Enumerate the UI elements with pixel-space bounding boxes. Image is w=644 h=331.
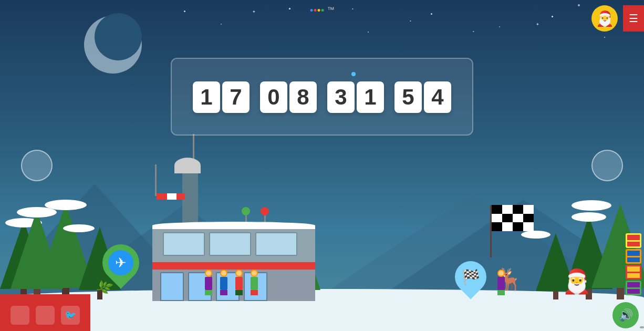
seconds-label [387, 69, 451, 77]
days-ones: 7 [222, 81, 250, 113]
menu-button[interactable]: ☰ [623, 5, 644, 32]
facebook-button[interactable] [36, 306, 55, 325]
elf-3 [235, 270, 243, 295]
elf-4 [251, 270, 258, 295]
star [368, 32, 369, 33]
user-avatar-button[interactable]: 🎅 [591, 5, 618, 32]
radar-bowl [174, 158, 201, 173]
star [578, 4, 580, 6]
days-digits: 1 7 [193, 81, 250, 113]
windsock-pole [155, 164, 157, 196]
countdown-labels [193, 69, 451, 77]
airplane-map-pin[interactable]: ✈ 🌿 [102, 244, 139, 289]
windsock-bands [157, 193, 185, 200]
hamburger-icon: ☰ [629, 12, 638, 25]
finish-flag-area [490, 205, 492, 257]
race-map-pin[interactable]: 🏁 [455, 261, 486, 299]
radar-pole [193, 134, 194, 160]
hours-ones: 8 [289, 81, 317, 113]
snowflake: • [352, 6, 354, 11]
trash-label [640, 326, 644, 328]
snowflake: ✦ [536, 22, 539, 27]
race-icon: 🏁 [462, 268, 480, 286]
hours-tens: 0 [260, 81, 287, 113]
airplane-icon: ✈ [108, 250, 133, 275]
star [431, 13, 432, 15]
nav-left-button[interactable] [21, 150, 53, 181]
gift-blue [626, 249, 641, 264]
minutes-label [322, 69, 387, 77]
elf-group [205, 270, 258, 295]
race-pin-shape: 🏁 [455, 261, 486, 299]
twitter-button[interactable]: 🐦 [61, 306, 80, 325]
twitter-icon: 🐦 [65, 309, 76, 321]
gift-boxes [626, 233, 641, 295]
elf-1 [205, 270, 212, 295]
snowflake: ✦ [252, 9, 256, 14]
volume-icon: 🔊 [619, 308, 633, 322]
countdown-panel: 1 7 0 8 3 1 5 4 [171, 58, 473, 136]
building-windows-top [152, 226, 315, 262]
star [221, 24, 222, 25]
minutes-ones: 1 [357, 81, 384, 113]
gift-red [626, 233, 641, 248]
character-right: 🎅 [562, 267, 591, 295]
hours-label [257, 69, 322, 77]
seconds-ones: 4 [424, 81, 451, 113]
social-icons-group: 🐦 [11, 306, 80, 325]
social-bar: 🐦 [0, 294, 90, 331]
days-tens: 1 [193, 81, 220, 113]
star [604, 37, 605, 38]
google-logo: ™ [309, 5, 336, 14]
minutes-tens: 3 [327, 81, 355, 113]
gift-yellow [626, 265, 641, 280]
pin-inner: ✈ [108, 250, 133, 275]
days-label [193, 69, 257, 77]
countdown-digits: 1 7 0 8 3 1 5 4 [193, 81, 451, 113]
moon [84, 16, 142, 74]
star [184, 11, 185, 12]
trash-button[interactable]: 🔊 [612, 302, 639, 328]
gift-purple [626, 281, 641, 295]
radar-dish [186, 134, 201, 173]
star [289, 8, 290, 9]
building-snow [152, 222, 315, 229]
nav-right-button[interactable] [591, 150, 623, 181]
snowflake: • [473, 29, 474, 34]
snowflake: • [410, 18, 411, 23]
elf-reindeer [497, 270, 505, 295]
race-pin-outer: 🏁 [449, 255, 493, 299]
minutes-dot [351, 72, 356, 76]
building-stripe [152, 262, 315, 270]
star [499, 26, 500, 27]
page-header: ™ [309, 5, 336, 14]
minutes-digits: 3 1 [327, 81, 384, 113]
google-dots [310, 9, 324, 12]
seconds-digits: 5 4 [394, 81, 451, 113]
google-plus-button[interactable] [11, 306, 29, 325]
star [552, 16, 553, 17]
elf-2 [220, 270, 227, 295]
seconds-tens: 5 [394, 81, 422, 113]
santa-avatar-icon: 🎅 [596, 10, 614, 27]
checkered-flag [492, 205, 534, 231]
hours-digits: 0 8 [260, 81, 317, 113]
